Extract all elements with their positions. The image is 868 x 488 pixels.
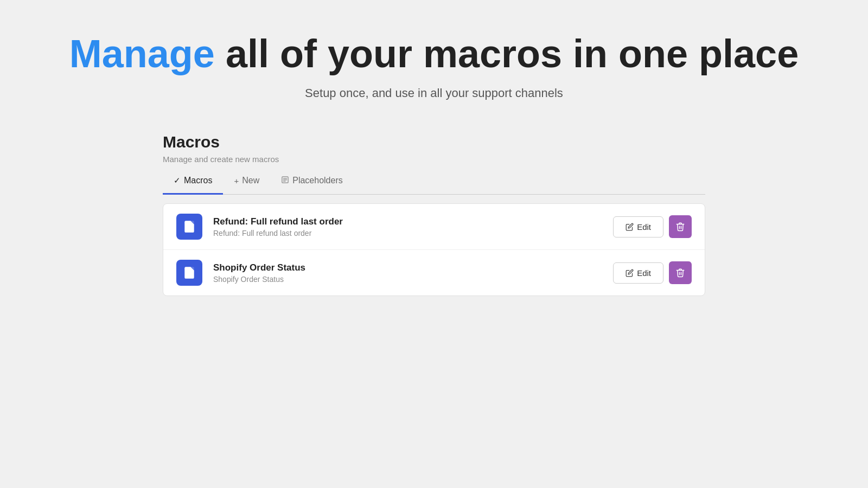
tab-macros-label: Macros [184,176,212,185]
plus-icon: + [234,176,239,185]
hero-title-highlight: Manage [69,32,215,75]
tab-placeholders-label: Placeholders [292,176,343,185]
delete-button-1[interactable] [669,215,692,238]
edit-icon-2 [626,269,634,277]
macros-title: Macros [163,133,705,151]
tabs-bar: ✓ Macros + New Placeholders [163,168,705,195]
macro-name-2: Shopify Order Status [213,262,602,273]
document-lines-icon-2 [182,266,196,280]
tab-placeholders[interactable]: Placeholders [270,168,354,195]
delete-button-2[interactable] [669,261,692,284]
hero-title-rest: all of your macros in one place [215,32,799,75]
macro-desc-1: Refund: Full refund last order [213,229,602,237]
macro-name-1: Refund: Full refund last order [213,216,602,227]
macros-panel: Macros Manage and create new macros ✓ Ma… [163,133,705,296]
hero-subtitle: Setup once, and use in all your support … [69,86,799,100]
macro-actions-1: Edit [613,215,692,238]
check-icon: ✓ [174,176,181,185]
macro-info-1: Refund: Full refund last order Refund: F… [213,216,602,237]
trash-icon-1 [675,222,685,232]
edit-button-1[interactable]: Edit [613,216,663,237]
macro-desc-2: Shopify Order Status [213,275,602,284]
macro-actions-2: Edit [613,261,692,284]
edit-button-2[interactable]: Edit [613,262,663,284]
hero-section: Manage all of your macros in one place S… [69,33,799,100]
macros-list: Refund: Full refund last order Refund: F… [163,203,705,296]
macro-info-2: Shopify Order Status Shopify Order Statu… [213,262,602,284]
tab-new[interactable]: + New [223,168,270,195]
macro-icon-box-2 [176,260,202,286]
table-row: Refund: Full refund last order Refund: F… [163,204,705,250]
table-row: Shopify Order Status Shopify Order Statu… [163,250,705,296]
tab-macros[interactable]: ✓ Macros [163,168,223,195]
page-container: Manage all of your macros in one place S… [0,0,868,488]
macro-icon-box-1 [176,214,202,240]
edit-label-2: Edit [637,268,651,278]
trash-icon-2 [675,268,685,278]
document-icon [281,176,289,185]
macros-header: Macros Manage and create new macros [163,133,705,164]
tab-new-label: New [242,176,259,185]
hero-title: Manage all of your macros in one place [69,33,799,75]
edit-icon-1 [626,223,634,231]
macros-section-subtitle: Manage and create new macros [163,155,705,164]
document-lines-icon-1 [182,220,196,234]
edit-label-1: Edit [637,222,651,232]
